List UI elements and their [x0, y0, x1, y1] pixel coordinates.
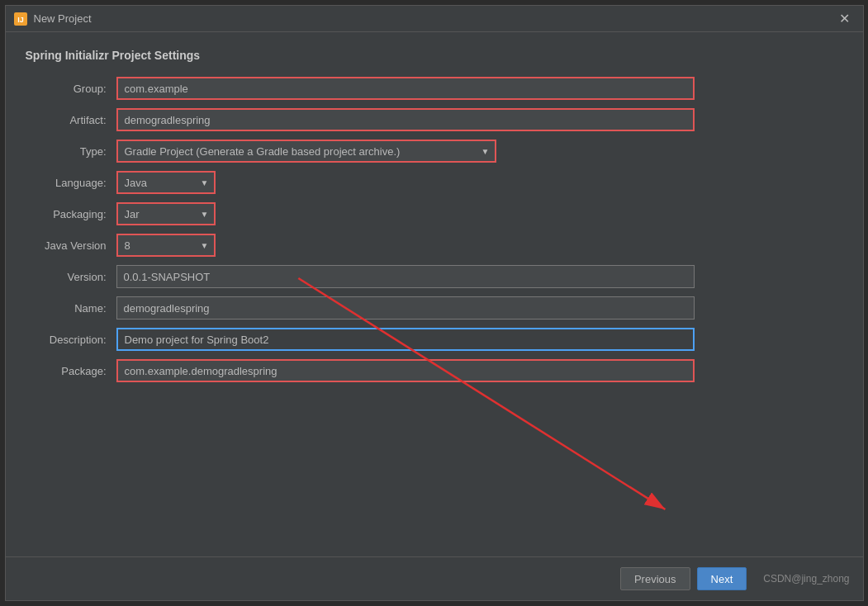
package-label: Package:: [26, 365, 116, 377]
title-bar-left: IJ New Project: [14, 12, 92, 26]
version-label: Version:: [26, 271, 116, 283]
svg-text:IJ: IJ: [17, 16, 24, 24]
language-row: Language: Java Kotlin Groovy ▼: [26, 171, 843, 194]
java-version-select-wrapper: 8 11 17 ▼: [116, 234, 216, 257]
watermark-text: CSDN@jing_zhong: [763, 573, 849, 585]
description-row: Description:: [26, 328, 843, 351]
type-select-wrapper: Gradle Project (Generate a Gradle based …: [116, 140, 496, 163]
dialog-footer: Previous Next CSDN@jing_zhong: [6, 556, 863, 600]
java-version-row: Java Version 8 11 17 ▼: [26, 234, 843, 257]
title-bar: IJ New Project ✕: [6, 6, 863, 32]
artifact-row: Artifact:: [26, 108, 843, 131]
name-row: Name:: [26, 296, 843, 320]
packaging-select[interactable]: Jar War: [116, 202, 216, 225]
package-input[interactable]: [116, 359, 695, 382]
description-input[interactable]: [116, 328, 695, 351]
description-label: Description:: [26, 334, 116, 346]
dialog-content: Spring Initializr Project Settings Group…: [6, 32, 863, 556]
type-label: Type:: [26, 145, 116, 158]
version-input[interactable]: [116, 265, 695, 288]
group-row: Group:: [26, 77, 843, 100]
previous-button[interactable]: Previous: [620, 567, 690, 590]
close-button[interactable]: ✕: [834, 11, 855, 27]
section-title: Spring Initializr Project Settings: [26, 49, 843, 62]
type-row: Type: Gradle Project (Generate a Gradle …: [26, 140, 843, 163]
dialog-window: IJ New Project ✕ Spring Initializr Proje…: [5, 5, 864, 601]
group-label: Group:: [26, 83, 116, 95]
java-version-label: Java Version: [26, 239, 116, 252]
package-row: Package:: [26, 359, 843, 382]
next-button[interactable]: Next: [697, 567, 747, 590]
group-input[interactable]: [116, 77, 695, 100]
name-label: Name:: [26, 302, 116, 315]
artifact-label: Artifact:: [26, 114, 116, 126]
dialog-title: New Project: [34, 12, 92, 25]
packaging-select-wrapper: Jar War ▼: [116, 202, 216, 225]
artifact-input[interactable]: [116, 108, 695, 131]
packaging-row: Packaging: Jar War ▼: [26, 202, 843, 225]
java-version-select[interactable]: 8 11 17: [116, 234, 216, 257]
language-select[interactable]: Java Kotlin Groovy: [116, 171, 216, 194]
packaging-label: Packaging:: [26, 208, 116, 220]
language-label: Language:: [26, 177, 116, 189]
language-select-wrapper: Java Kotlin Groovy ▼: [116, 171, 216, 194]
name-input[interactable]: [116, 296, 695, 320]
app-icon: IJ: [14, 12, 27, 26]
type-select[interactable]: Gradle Project (Generate a Gradle based …: [116, 140, 496, 163]
version-row: Version:: [26, 265, 843, 288]
